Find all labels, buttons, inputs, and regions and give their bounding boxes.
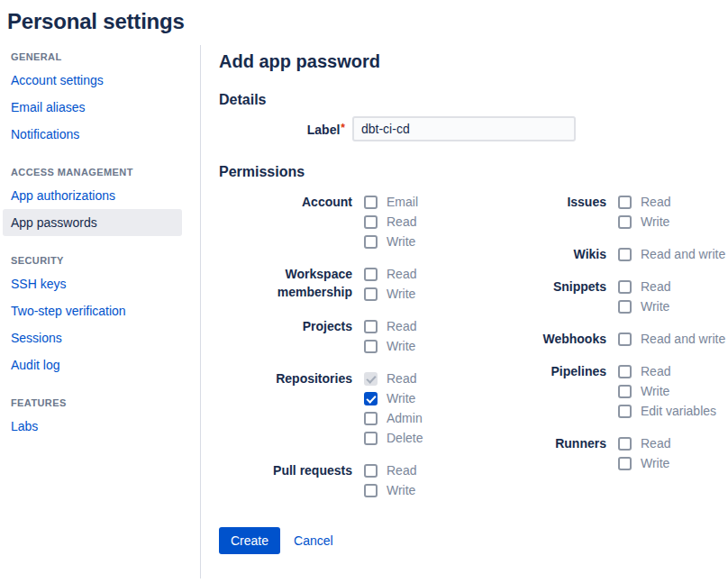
unchecked-checkbox-icon[interactable] (618, 457, 632, 470)
unchecked-checkbox-icon[interactable] (364, 268, 378, 281)
checkbox-option-runners-read[interactable]: Read (618, 434, 670, 452)
checkbox-option-wikis-read-and-write[interactable]: Read and write (618, 245, 725, 263)
personal-settings-page: Personal settings GENERALAccount setting… (0, 0, 728, 583)
checkbox-option-pull-requests-read[interactable]: Read (364, 461, 416, 479)
checkbox-label: Admin (387, 409, 423, 427)
checkbox-label: Delete (387, 429, 423, 447)
checkbox-option-pipelines-edit-variables[interactable]: Edit variables (618, 402, 716, 420)
checkbox-option-pull-requests-write[interactable]: Write (364, 481, 416, 499)
checkbox-option-account-read[interactable]: Read (364, 213, 418, 231)
cancel-link[interactable]: Cancel (294, 533, 333, 548)
checkbox-option-issues-read[interactable]: Read (618, 193, 670, 211)
sidebar-item-labs[interactable]: Labs (3, 413, 182, 440)
checkbox-option-repositories-admin[interactable]: Admin (364, 409, 423, 427)
checkbox-label: Email (387, 193, 418, 211)
unchecked-checkbox-icon[interactable] (364, 235, 378, 249)
label-input[interactable] (352, 116, 576, 141)
checkbox-option-runners-write[interactable]: Write (618, 454, 670, 472)
checkbox-option-projects-read[interactable]: Read (364, 317, 416, 335)
settings-sidebar: GENERALAccount settingsEmail aliasesNoti… (0, 45, 201, 578)
permission-category-label: Account (219, 193, 352, 211)
permission-category-label: Pull requests (219, 461, 352, 479)
unchecked-checkbox-icon[interactable] (618, 385, 632, 398)
page-title: Personal settings (0, 0, 728, 45)
unchecked-checkbox-icon[interactable] (364, 340, 378, 353)
permission-group-pull-requests: Pull requestsReadWrite (219, 461, 489, 499)
unchecked-checkbox-icon[interactable] (364, 432, 378, 445)
permission-group-wikis: WikisRead and write (489, 245, 725, 263)
sidebar-item-audit-log[interactable]: Audit log (3, 351, 182, 378)
unchecked-checkbox-icon[interactable] (618, 248, 632, 261)
checkbox-option-snippets-write[interactable]: Write (618, 297, 670, 315)
permissions-grid: AccountEmailReadWriteWorkspace membershi… (219, 193, 728, 499)
unchecked-checkbox-icon[interactable] (364, 320, 378, 333)
sidebar-item-two-step-verification[interactable]: Two-step verification (3, 297, 182, 324)
sidebar-section-features: FEATURESLabs (0, 397, 200, 440)
checkbox-option-pipelines-write[interactable]: Write (618, 382, 716, 400)
checkbox-label: Write (387, 481, 415, 499)
unchecked-checkbox-icon[interactable] (618, 196, 632, 209)
unchecked-checkbox-icon[interactable] (364, 412, 378, 425)
unchecked-checkbox-icon[interactable] (364, 484, 378, 497)
sidebar-section-general: GENERALAccount settingsEmail aliasesNoti… (0, 51, 200, 148)
permission-group-issues: IssuesReadWrite (489, 193, 725, 231)
unchecked-checkbox-icon[interactable] (364, 287, 378, 301)
checkbox-option-account-write[interactable]: Write (364, 232, 418, 251)
permission-category-label: Snippets (489, 278, 606, 296)
sidebar-item-account-settings[interactable]: Account settings (3, 67, 182, 94)
unchecked-checkbox-icon[interactable] (364, 215, 378, 229)
unchecked-checkbox-icon[interactable] (618, 215, 632, 229)
sidebar-item-app-passwords[interactable]: App passwords (3, 209, 182, 236)
sidebar-item-ssh-keys[interactable]: SSH keys (3, 270, 182, 297)
permissions-column-2: IssuesReadWriteWikisRead and writeSnippe… (489, 193, 725, 472)
create-button[interactable]: Create (219, 527, 280, 554)
permission-group-projects: ProjectsReadWrite (219, 317, 489, 355)
checkbox-label: Write (641, 382, 669, 400)
checkbox-label: Write (387, 232, 415, 251)
checkbox-label: Read and write (641, 245, 725, 263)
permission-options: ReadWriteEdit variables (618, 362, 716, 420)
details-heading: Details (219, 92, 728, 108)
checkbox-option-workspace-membership-read[interactable]: Read (364, 265, 416, 283)
permission-group-runners: RunnersReadWrite (489, 434, 725, 472)
unchecked-checkbox-icon[interactable] (364, 196, 378, 209)
checkbox-option-pipelines-read[interactable]: Read (618, 362, 716, 380)
checkbox-label: Read (387, 317, 416, 335)
permission-category-label: Issues (489, 193, 606, 211)
checkbox-option-account-email[interactable]: Email (364, 193, 418, 211)
sidebar-section-security: SECURITYSSH keysTwo-step verificationSes… (0, 255, 200, 378)
permission-category-label: Pipelines (489, 362, 606, 380)
permission-options: ReadWrite (618, 434, 670, 472)
label-field-label: Label* (219, 122, 345, 137)
checkbox-option-projects-write[interactable]: Write (364, 337, 416, 355)
unchecked-checkbox-icon[interactable] (618, 365, 632, 378)
permission-group-snippets: SnippetsReadWrite (489, 278, 725, 315)
checkbox-option-issues-write[interactable]: Write (618, 213, 670, 231)
sidebar-item-sessions[interactable]: Sessions (3, 324, 182, 351)
sidebar-item-notifications[interactable]: Notifications (3, 121, 182, 148)
checkbox-label: Read (387, 461, 416, 479)
checkbox-option-snippets-read[interactable]: Read (618, 278, 670, 296)
unchecked-checkbox-icon[interactable] (618, 280, 632, 294)
permission-options: ReadWriteAdminDelete (364, 369, 423, 447)
checkbox-option-webhooks-read-and-write[interactable]: Read and write (618, 330, 725, 348)
unchecked-checkbox-icon[interactable] (618, 300, 632, 314)
checkbox-label: Read (641, 193, 670, 211)
unchecked-checkbox-icon[interactable] (618, 405, 632, 418)
required-asterisk: * (341, 122, 345, 134)
checkbox-option-repositories-delete[interactable]: Delete (364, 429, 423, 447)
checkbox-option-repositories-write[interactable]: Write (364, 389, 423, 407)
sidebar-item-app-authorizations[interactable]: App authorizations (3, 182, 182, 209)
unchecked-checkbox-icon[interactable] (364, 464, 378, 478)
unchecked-checkbox-icon[interactable] (618, 332, 632, 346)
checkbox-option-workspace-membership-write[interactable]: Write (364, 285, 416, 303)
unchecked-checkbox-icon[interactable] (618, 437, 632, 451)
checked-checkbox-icon[interactable] (364, 392, 378, 405)
permission-options: ReadWrite (364, 461, 416, 499)
checkbox-label: Write (387, 389, 415, 407)
sidebar-section-access-management: ACCESS MANAGEMENTApp authorizationsApp p… (0, 167, 200, 236)
permissions-column-1: AccountEmailReadWriteWorkspace membershi… (219, 193, 489, 499)
permission-category-label: Workspace membership (219, 265, 352, 301)
checkbox-label: Edit variables (641, 402, 716, 420)
sidebar-item-email-aliases[interactable]: Email aliases (3, 94, 182, 121)
